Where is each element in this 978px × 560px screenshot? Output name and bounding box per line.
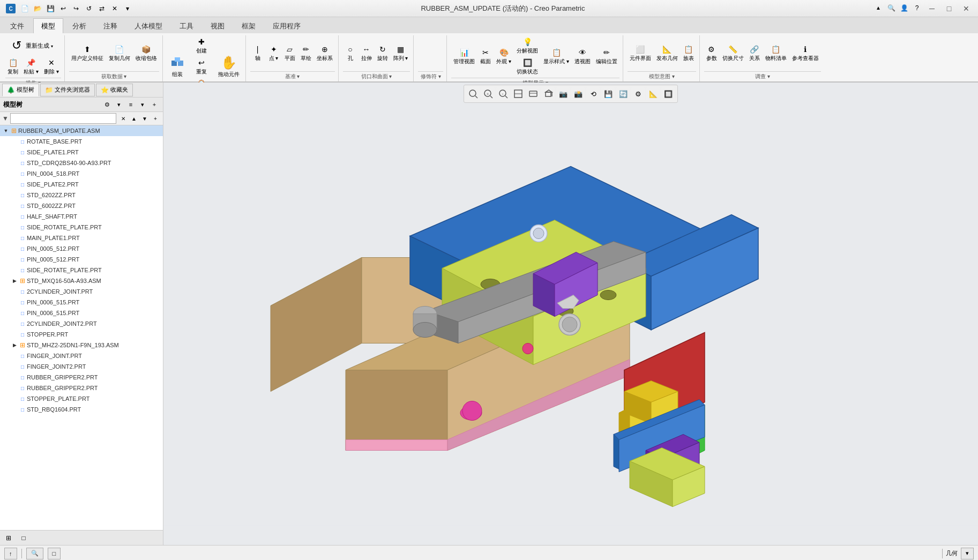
status-expand-button[interactable]: ↑ xyxy=(4,548,17,559)
open-icon[interactable]: 📂 xyxy=(32,3,43,14)
edit-pos-button[interactable]: ✏ 编辑位置 xyxy=(594,46,619,66)
grid-button[interactable]: 🔲 xyxy=(661,87,675,100)
status-search-button[interactable]: 🔍 xyxy=(26,548,43,559)
panel-layout-btn[interactable]: ⊞ xyxy=(2,532,15,544)
user-def-feature-button[interactable]: ⬆ 用户定义特征 xyxy=(69,43,106,63)
search-next-button[interactable]: ▼ xyxy=(139,113,150,124)
tree-columns-button[interactable]: ≡ xyxy=(125,99,136,110)
tree-expand-root[interactable]: ▼ xyxy=(2,127,10,135)
extrude-button[interactable]: ↔ 拉伸 xyxy=(359,43,374,63)
panel-tab-model-tree[interactable]: 🌲 模型树 xyxy=(2,84,39,96)
viewport[interactable]: + - 📷 📸 ⟲ 💾 🔄 ⚙ 📐 🔲 xyxy=(163,83,978,545)
tree-item-8[interactable]: ▶ □ SIDE_ROTATE_PLATE.PRT xyxy=(0,222,163,233)
display-style-button[interactable]: 📋 显示样式 ▾ xyxy=(541,46,571,66)
panel-tab-favorites[interactable]: ⭐ 收藏夹 xyxy=(96,84,133,96)
help-icon[interactable]: ? xyxy=(912,3,922,13)
switch-dims-button[interactable]: 📏 切换尺寸 xyxy=(720,43,746,63)
shrink-wrap-button[interactable]: 📦 收缩包络 xyxy=(133,43,159,63)
hole-button[interactable]: ○ 孔 xyxy=(343,43,358,63)
panel-tab-folder-browser[interactable]: 📁 文件夹浏览器 xyxy=(40,84,95,96)
tab-framework[interactable]: 框架 xyxy=(234,18,264,33)
panel-window-btn[interactable]: □ xyxy=(17,532,30,544)
copy-button[interactable]: 📋 复制 xyxy=(5,56,20,77)
tree-item-17[interactable]: ▶ □ 2CYLINDER_JOINT2.PRT xyxy=(0,318,163,329)
manage-view-button[interactable]: 📊 管理视图 xyxy=(451,46,477,66)
tree-item-3[interactable]: ▶ □ PIN_0004_518.PRT xyxy=(0,168,163,179)
status-dropdown-button[interactable]: ▾ xyxy=(961,548,974,559)
tab-annotation[interactable]: 注释 xyxy=(95,18,125,33)
tree-item-21[interactable]: ▶ □ FINGER_JOINT2.PRT xyxy=(0,361,163,372)
coord-sys-button[interactable]: ⊕ 坐标系 xyxy=(315,43,335,63)
search-icon[interactable]: 🔍 xyxy=(886,3,897,13)
sketch-button[interactable]: ✏ 草绘 xyxy=(298,43,313,63)
perspective-button[interactable]: 👁 透视图 xyxy=(572,46,593,66)
tree-item-20[interactable]: ▶ □ FINGER_JOINT.PRT xyxy=(0,350,163,361)
reset-view-button[interactable]: 💾 xyxy=(601,87,615,100)
appearance-button[interactable]: 🎨 外观 ▾ xyxy=(494,46,513,66)
tree-item-15[interactable]: ▶ □ PIN_0006_515.PRT xyxy=(0,297,163,308)
minimize-button[interactable]: ─ xyxy=(924,3,939,14)
maximize-button[interactable]: □ xyxy=(942,3,957,14)
regen-icon[interactable]: ↺ xyxy=(84,3,94,14)
qa-dropdown-icon[interactable]: ▾ xyxy=(122,3,133,14)
app-icon[interactable]: C xyxy=(4,2,17,15)
tree-item-13[interactable]: ▶ ⊞ STD_MXQ16-50A-A93.ASM xyxy=(0,275,163,286)
search-input[interactable] xyxy=(10,113,116,124)
redo-icon[interactable]: ↪ xyxy=(71,3,81,14)
tab-applications[interactable]: 应用程序 xyxy=(265,18,309,33)
publish-geometry-button[interactable]: 📐 发布几何 xyxy=(654,43,680,63)
ref-viewer-button[interactable]: ℹ 参考查看器 xyxy=(790,43,821,63)
tree-item-24[interactable]: ▶ □ STOPPER_PLATE.PRT xyxy=(0,393,163,404)
undo-icon[interactable]: ↩ xyxy=(58,3,69,14)
tree-item-root[interactable]: ▼ ⊞ RUBBER_ASM_UPDATE.ASM xyxy=(0,125,163,136)
tree-item-0[interactable]: ▶ □ ROTATE_BASE.PRT xyxy=(0,136,163,147)
parameters-button[interactable]: ⚙ 参数 xyxy=(704,43,719,63)
save-view-button[interactable]: 📷 xyxy=(556,87,570,100)
regenerate-button[interactable]: ↺ 重新生成 ▾ xyxy=(5,35,61,56)
tree-item-10[interactable]: ▶ □ PIN_0005_512.PRT xyxy=(0,243,163,254)
screenshot-button[interactable]: 📸 xyxy=(571,87,585,100)
tree-search-expand-button[interactable]: ▾ xyxy=(137,99,148,110)
tree-expand-13[interactable]: ▶ xyxy=(11,277,18,285)
close-window-icon[interactable]: ✕ xyxy=(109,3,120,14)
model-3d-view[interactable] xyxy=(163,83,978,545)
tree-item-14[interactable]: ▶ □ 2CYLINDER_JOINT.PRT xyxy=(0,286,163,297)
tree-item-4[interactable]: ▶ □ SIDE_PLATE2.PRT xyxy=(0,179,163,190)
create-button[interactable]: ✚ 创建 xyxy=(189,35,214,56)
close-button[interactable]: ✕ xyxy=(959,3,974,14)
copy-geometry-button[interactable]: 📄 复制几何 xyxy=(107,43,132,63)
orient-button[interactable] xyxy=(526,87,540,100)
toggle-state-button[interactable]: 🔲 切换状态 xyxy=(514,56,540,77)
search-clear-button[interactable]: ✕ xyxy=(118,113,129,124)
relations-button[interactable]: 🔗 关系 xyxy=(747,43,762,63)
bom-button[interactable]: 📋 物料清单 xyxy=(763,43,789,63)
measure-button[interactable]: 📐 xyxy=(646,87,660,100)
tree-item-23[interactable]: ▶ □ RUBBER_GRIPPER2.PRT xyxy=(0,383,163,393)
pattern-button[interactable]: ▦ 阵列 ▾ xyxy=(391,43,410,63)
repeat-button[interactable]: ↩ 重复 xyxy=(189,56,214,77)
search-prev-button[interactable]: ▲ xyxy=(129,113,139,124)
tree-settings-button[interactable]: ⚙ xyxy=(102,99,113,110)
zoom-in-button[interactable]: + xyxy=(481,87,495,100)
point-button[interactable]: ✦ 点 ▾ xyxy=(266,43,281,63)
explode-button[interactable]: 💡 分解视图 xyxy=(514,35,540,56)
account-icon[interactable]: 👤 xyxy=(899,3,909,13)
refresh-button[interactable]: 🔄 xyxy=(616,87,630,100)
axis-button[interactable]: | 轴 xyxy=(250,43,265,63)
tree-item-12[interactable]: ▶ □ SIDE_ROTATE_PLATE.PRT xyxy=(0,265,163,275)
tree-item-9[interactable]: ▶ □ MAIN_PLATE1.PRT xyxy=(0,233,163,243)
tree-item-6[interactable]: ▶ □ STD_6002ZZ.PRT xyxy=(0,200,163,211)
tree-item-18[interactable]: ▶ □ STOPPER.PRT xyxy=(0,329,163,340)
status-window-button[interactable]: □ xyxy=(48,548,61,559)
refit-button[interactable] xyxy=(511,87,525,100)
tab-human-model[interactable]: 人体模型 xyxy=(126,18,170,33)
settings-view-button[interactable]: ⚙ xyxy=(631,87,645,100)
tree-add-button[interactable]: + xyxy=(149,99,160,110)
ribbon-arrow-icon[interactable]: ▲ xyxy=(873,3,884,13)
assemble-button[interactable]: 组装 xyxy=(167,54,188,80)
tab-file[interactable]: 文件 xyxy=(2,18,32,33)
tree-item-19[interactable]: ▶ ⊞ STD_MHZ2-25DN1-F9N_193.ASM xyxy=(0,340,163,350)
component-interface-button[interactable]: ⬜ 元件界面 xyxy=(628,43,653,63)
tree-item-1[interactable]: ▶ □ SIDE_PLATE1.PRT xyxy=(0,147,163,158)
tree-item-2[interactable]: ▶ □ STD_CDRQ2BS40-90-A93.PRT xyxy=(0,158,163,168)
